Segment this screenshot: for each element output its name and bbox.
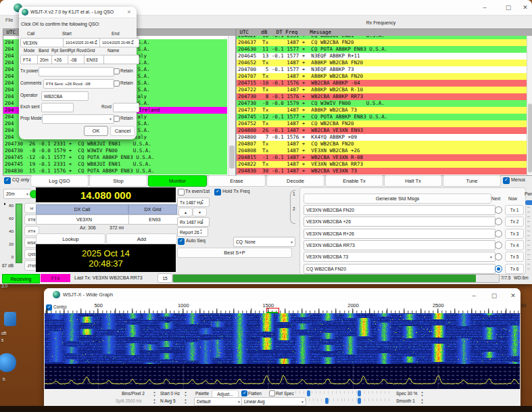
spectrum-display[interactable] [45,364,520,389]
rx-row[interactable]: 204808 Tx 1487 + VE3XN WB2CBA +26 [237,147,527,154]
band-row[interactable]: 204830 15 -0.1 1576 + CQ POTA AB8KP EN83… [3,168,227,175]
pwr-slider-handle[interactable] [525,200,532,205]
tx-next-radio[interactable] [495,206,502,214]
exch-sent-field[interactable] [41,103,74,112]
minimize-button[interactable]: – [477,1,492,13]
comments-field[interactable]: FT4 Sent: +26 Rcvd: -08 [43,79,114,89]
tune-button[interactable]: Tune [443,175,501,187]
rx-row[interactable]: 204715 -10 -0.1 1576 + WB2CBA AB8KP -04 [237,80,527,87]
tx-freq-down-button[interactable]: ▼ [193,208,207,216]
cq-only-checkbox[interactable] [4,177,11,184]
call-field[interactable]: VE3XN [20,38,66,47]
rx-row[interactable]: 204800 26 -0.1 1487 + WB2CBA VE3XN EN93 [237,127,527,134]
add-button[interactable]: Add [106,233,177,244]
operator-field[interactable]: WB2CBA [41,91,89,101]
rx-row[interactable]: 204630 11 -0.1 1577 + CQ POTA AB8KP EN83… [237,46,527,53]
rx-row[interactable]: 204800 7 -0.1 1576 + KX4YQ AB8KP +09 [237,134,527,141]
tx-now-button[interactable]: Tx 3 [505,229,524,239]
tx-now-button[interactable]: Tx 4 [505,240,524,250]
tx-next-radio[interactable] [495,265,502,273]
bins-pixel-spinner[interactable]: Bins/Pixel 2 [122,391,145,396]
dialog-close-icon[interactable]: ✕ [127,9,131,15]
rx-row[interactable]: 204830 30 -0.1 1487 + WB2CBA VE3XN 73 [237,168,527,175]
report-spinner[interactable]: Report 26 [177,227,208,237]
tx-message-field[interactable]: VE3XN WB2CBA RR73 [304,240,495,250]
spectrum-gain-slider[interactable] [305,397,343,405]
avg-mode-select[interactable]: Linear Avg▼ [241,397,306,406]
dx-call-field[interactable]: VE3XN [36,214,132,225]
spec-percent-spinner[interactable]: Spec 30 % [396,391,417,396]
wg-maximize-button[interactable]: ▢ [487,290,502,301]
waterfall-zero-slider[interactable] [344,390,391,397]
tx-message-field[interactable]: VE3XN WB2CBA +26 [304,216,495,227]
hold-tx-freq-checkbox[interactable] [214,189,221,196]
enable-tx-button[interactable]: Enable Tx [325,175,383,187]
tx-even-checkbox[interactable] [178,189,185,196]
wide-graph-titlebar[interactable] [44,288,521,302]
ok-button[interactable]: OK [84,126,108,136]
generate-std-msgs-button[interactable]: Generate Std Msgs [304,193,491,204]
tx-next-radio[interactable] [495,230,502,237]
band-row[interactable]: 204745 19 -0.1 2331 + CQ WB8JUI EN81 U.S… [3,161,227,168]
prop-mode-select[interactable]: ▼ [42,114,114,124]
auto-seq-checkbox[interactable] [178,238,185,245]
desktop-icon[interactable] [4,312,16,326]
tx-next-radio[interactable] [495,242,502,249]
rx-row[interactable]: 204730 -8 -0.0 1579 + CQ W3WIV FN00 U.S.… [237,100,527,107]
rx-frequency-scrollbar[interactable] [527,36,532,175]
ref-spec-checkbox[interactable] [269,390,275,396]
rx-row[interactable]: 204752 Tx 1487 + CQ WB2CBA FN20 [237,120,527,127]
band-activity-scrollbar[interactable] [228,36,235,175]
wg-minimize-button[interactable]: – [466,290,481,301]
tx-now-button[interactable]: Tx 5 [505,252,524,262]
start-hz-spinner[interactable]: Start 0 Hz [160,391,180,396]
rx-row[interactable]: 204652 Tx 1487 + AB8KP WB2CBA FN20 [237,60,527,66]
tx-message-field[interactable]: CQ WB2CBA FN20 [304,264,495,274]
rcvd-field[interactable] [113,103,139,112]
spectrum-zero-slider[interactable] [344,397,391,405]
cq-filter-select[interactable]: CQ: None▼ [233,237,295,247]
rx-row[interactable]: 204637 Tx 1487 + CQ WB2CBA FN20 [237,39,527,46]
palette-select[interactable]: Default▼ [194,397,243,406]
frequency-scale[interactable]: Contro 500100015002000250030 [44,302,521,314]
best-sp-button[interactable]: Best S+P [177,248,292,258]
log-qso-button[interactable]: Log QSO [30,175,89,187]
rx-row[interactable]: 204722 Tx 1487 + AB8KP WB2CBA R-10 [237,87,527,93]
dx-grid-field[interactable]: EN93 [128,214,181,225]
comments-retain-checkbox[interactable] [114,81,120,87]
menus-checkbox[interactable] [503,177,510,184]
waterfall-display[interactable] [45,313,520,364]
rx-row[interactable]: 204822 Tx 1487 + VE3XN WB2CBA RR73 [237,161,527,168]
decode-button[interactable]: Decode [266,175,324,187]
monitor-button[interactable]: Monitor [148,175,207,187]
rx-row[interactable]: 204807 Tx 1487 + CQ WB2CBA FN20 [237,141,527,147]
waterfall-gain-slider[interactable] [295,390,343,397]
erase-button[interactable]: Erase [208,175,266,187]
frequency-display[interactable]: 14.080 000 [36,187,176,202]
tx-power-retain-checkbox[interactable] [114,68,120,74]
prop-retain-checkbox[interactable] [114,116,120,122]
band-row[interactable]: 204745 -12 -0.1 1577 + CQ POTA AB8KP EN8… [3,154,227,161]
smooth-spinner[interactable]: Smooth 1 [396,398,415,403]
rx-row[interactable]: 204815 -1 -0.1 1487 + WB2CBA VE3XN R-08 [237,154,527,161]
maximize-button[interactable]: ▢ [501,1,516,13]
rx-row[interactable]: 204645 13 -0.1 1577 + N3EQF AB8KP R+11 [237,53,527,60]
rx-row[interactable]: 204745 -12 -0.1 1577 + CQ POTA AB8KP EN8… [237,114,527,120]
rx-row[interactable]: 204700 5 -0.1 1577 + N3EQF AB8KP 73 [237,66,527,73]
tx-power-field[interactable] [39,67,114,76]
desktop-icon[interactable] [0,353,16,372]
close-button[interactable]: ✕ [518,1,532,13]
tx-now-button[interactable]: Tx 2 [505,216,524,227]
tab-2[interactable]: 2 [293,206,295,211]
tx-message-field[interactable]: VE3XN WB2CBA FN20 [304,205,495,215]
name-field[interactable] [103,55,139,64]
halt-tx-button[interactable]: Halt Tx [384,175,442,187]
wg-close-button[interactable]: ✕ [506,290,521,301]
tx-freq-up-button[interactable]: ▲ [178,208,193,216]
tx-message-field[interactable]: VE3XN WB2CBA 73▼ [304,252,495,262]
stop-button[interactable]: Stop [89,175,147,187]
lookup-button[interactable]: Lookup [36,233,105,244]
rx-row[interactable]: 204737 Tx 1487 + AB8KP WB2CBA 73 [237,107,527,114]
band-row[interactable]: 204730 -8 -0.0 1579 + CQ W3WIV FN00 U.S.… [3,147,227,154]
n-avg-spinner[interactable]: N Avg 5 [160,398,176,403]
